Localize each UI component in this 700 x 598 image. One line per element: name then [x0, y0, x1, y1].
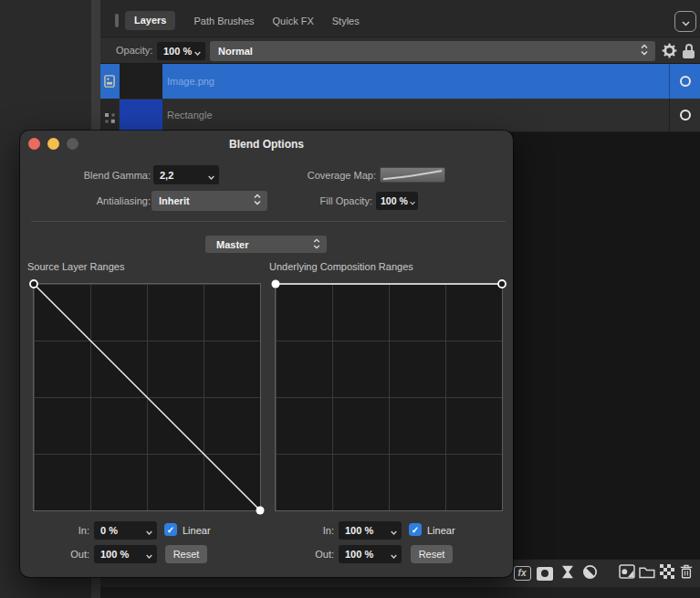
source-out-dropdown[interactable]: 100 %	[94, 545, 157, 563]
opacity-dropdown[interactable]: 100 %	[157, 42, 205, 60]
chevron-updown-icon	[313, 236, 320, 253]
visibility-cell[interactable]	[669, 64, 700, 99]
layer-row-rectangle[interactable]: Rectangle	[100, 99, 700, 132]
underlying-out-dropdown[interactable]: 100 %	[339, 545, 402, 563]
live-filter-button[interactable]	[580, 564, 600, 582]
tab-styles[interactable]: Styles	[332, 16, 360, 26]
separator	[31, 221, 506, 222]
visibility-cell[interactable]	[669, 99, 700, 131]
eye-icon[interactable]	[680, 110, 691, 121]
chevron-down-icon	[682, 14, 690, 30]
layer-name[interactable]: Rectangle	[167, 110, 213, 121]
opacity-row: Opacity: 100 % Normal	[100, 37, 700, 64]
chevron-down-icon	[410, 193, 415, 209]
source-ranges-title: Source Layer Ranges	[27, 261, 124, 272]
mask-icon	[537, 567, 553, 581]
blend-mode-dropdown[interactable]: Normal	[210, 41, 655, 61]
source-reset-button[interactable]: Reset	[165, 545, 207, 563]
image-layer-type-icon	[104, 75, 115, 91]
underlying-curve[interactable]	[271, 279, 507, 515]
chevron-down-icon	[146, 522, 152, 539]
check-icon: ✓	[412, 525, 419, 535]
underlying-reset-button[interactable]: Reset	[411, 545, 453, 563]
check-icon: ✓	[167, 525, 174, 535]
blend-gamma-label: Blend Gamma:	[57, 170, 151, 181]
underlying-in-dropdown[interactable]: 100 %	[339, 521, 402, 540]
underlying-linear-checkbox[interactable]: ✓	[409, 523, 422, 536]
contrast-circle-icon	[582, 564, 598, 583]
vector-layer-type-icon	[105, 110, 115, 127]
source-in-dropdown[interactable]: 0 %	[94, 521, 157, 540]
curve-node[interactable]	[256, 507, 265, 515]
chevron-down-icon	[194, 43, 201, 59]
checkerboard-icon	[660, 564, 674, 582]
fx-icon: fx	[514, 566, 531, 581]
curve-node[interactable]	[272, 280, 280, 289]
underlying-in-label: In:	[288, 525, 334, 536]
source-out-label: Out:	[44, 549, 89, 560]
panel-menu-button[interactable]	[674, 11, 696, 32]
source-ranges-graph[interactable]	[33, 283, 261, 511]
coverage-map-button[interactable]	[380, 167, 445, 183]
source-linear-checkbox[interactable]: ✓	[164, 523, 177, 536]
tab-quick-fx[interactable]: Quick FX	[273, 16, 314, 26]
curve-node[interactable]	[30, 280, 37, 288]
layer-row-image[interactable]: Image.png	[100, 64, 700, 99]
channel-dropdown[interactable]: Master	[205, 236, 327, 253]
dialog-title: Blend Options	[20, 138, 513, 151]
fill-opacity-label: Fill Opacity:	[272, 195, 372, 206]
underlying-out-label: Out:	[288, 549, 334, 560]
underlying-ranges-title: Underlying Composition Ranges	[269, 261, 413, 272]
underlying-ranges-graph[interactable]	[275, 283, 503, 511]
chevron-down-icon	[146, 546, 152, 562]
blend-options-dialog: Blend Options Blend Gamma: 2,2 Coverage …	[20, 131, 513, 577]
underlying-linear-label: Linear	[427, 525, 455, 536]
tab-path-brushes[interactable]: Path Brushes	[193, 16, 254, 26]
mask-layer-button[interactable]	[535, 564, 555, 582]
delete-layer-button[interactable]	[676, 564, 696, 582]
coverage-map-label: Coverage Map:	[276, 170, 376, 181]
adjustment-layer-button[interactable]	[558, 564, 578, 582]
fill-opacity-dropdown[interactable]: 100 %	[376, 192, 418, 210]
antialiasing-dropdown[interactable]: Inherit	[151, 191, 267, 211]
curve-node[interactable]	[498, 280, 506, 288]
image-layer-icon	[619, 564, 635, 582]
blend-gamma-dropdown[interactable]: 2,2	[153, 165, 219, 184]
tab-layers[interactable]: Layers	[125, 11, 175, 30]
lock-icon[interactable]	[683, 44, 695, 58]
coverage-curve-thumbnail	[381, 168, 444, 182]
chevron-down-icon	[391, 546, 397, 562]
gear-icon[interactable]	[662, 43, 677, 62]
new-group-button[interactable]	[637, 564, 657, 582]
chevron-updown-icon	[254, 193, 261, 209]
panel-tab-bar: Layers Path Brushes Quick FX Styles	[100, 0, 700, 37]
eye-icon[interactable]	[680, 76, 691, 87]
source-linear-label: Linear	[183, 525, 211, 536]
opacity-label: Opacity:	[116, 45, 152, 56]
antialiasing-label: Antialiasing:	[57, 195, 151, 206]
new-mask-button[interactable]	[657, 564, 677, 582]
chevron-updown-icon	[641, 43, 648, 59]
layer-effects-button[interactable]: fx	[512, 564, 532, 582]
layer-thumbnail[interactable]	[120, 64, 162, 99]
chevron-down-icon	[208, 167, 214, 184]
hourglass-icon	[561, 565, 574, 582]
panel-drag-handle[interactable]	[115, 14, 119, 27]
source-in-label: In:	[44, 525, 89, 536]
new-pixel-layer-button[interactable]	[617, 564, 637, 582]
panel-footer-partial-row	[100, 587, 700, 598]
source-curve[interactable]	[29, 279, 265, 515]
layer-name[interactable]: Image.png	[167, 76, 214, 87]
chevron-down-icon	[391, 522, 397, 539]
layer-thumbnail[interactable]	[120, 100, 162, 131]
trash-icon	[680, 564, 693, 582]
folder-icon	[639, 565, 655, 582]
